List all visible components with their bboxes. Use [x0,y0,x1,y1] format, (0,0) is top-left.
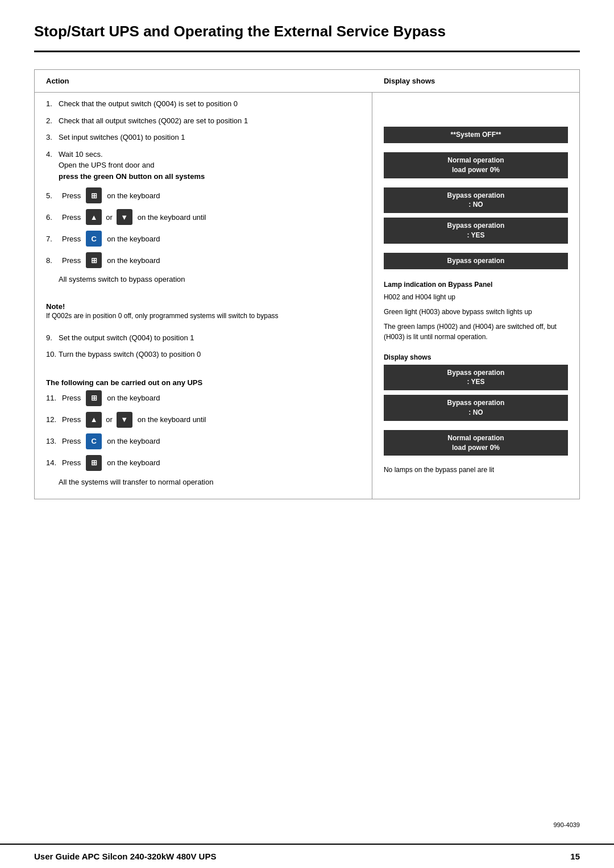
step-8-num: 8. [46,256,62,265]
main-table: Action Display shows 1. Check that the o… [34,69,580,499]
bypass-yes-box: Bypass operation: YES [384,218,568,244]
step-7: 7. Press C on the keyboard [46,231,360,247]
bypass-yes-2-box: Bypass operation: YES [384,365,568,391]
step-12-press: Press [62,415,81,424]
step-13-num: 13. [46,437,62,445]
spacer-7 [384,425,568,430]
system-off-text: **System OFF** [451,131,501,139]
step-14: 14. Press ⊞ on the keyboard [46,455,360,471]
step-7-num: 7. [46,235,62,243]
step-4-text: Wait 10 secs. Open the UPS front door an… [59,149,360,182]
spacer-top [384,98,568,127]
step-9-text: Set the output switch (Q004) to position… [59,332,360,344]
step-3-text: Set input switches (Q001) to position 1 [59,132,360,143]
main-content: Action Display shows 1. Check that the o… [0,52,614,844]
step-8-press: Press [62,256,81,265]
step-1: 1. Check that the output switch (Q004) i… [46,98,360,110]
following-section: The following can be carried out on any … [46,378,360,387]
normal-op-text: Normal operationload power 0% [447,156,504,174]
step-14-press: Press [62,458,81,467]
step-9: 9. Set the output switch (Q004) to posit… [46,332,360,344]
step-13: 13. Press C on the keyboard [46,433,360,449]
step-11-key-icon: ⊞ [86,390,102,406]
col-display-header: Display shows [372,74,579,87]
lamp-indication-text: H002 and H004 light up [384,292,568,302]
spacer-2 [384,148,568,152]
step-4: 4. Wait 10 secs. Open the UPS front door… [46,149,360,182]
spacer-4 [384,248,568,253]
step-14-num: 14. [46,458,62,467]
bypass-no-box: Bypass operation: NO [384,187,568,214]
note-label: Note! [46,302,360,311]
step-6-press: Press [62,213,81,222]
step-8-suffix: on the keyboard [107,256,160,265]
step-5-suffix: on the keyboard [107,191,160,200]
display-shows-2: Display shows [384,352,568,362]
footer-area: User Guide APC Silcon 240-320kW 480V UPS… [0,844,614,868]
step-7-suffix: on the keyboard [107,235,160,243]
page-title-area: Stop/Start UPS and Operating the Externa… [0,0,614,46]
bypass-yes-2-text: Bypass operation: YES [447,369,505,386]
step-6-or: or [106,213,113,222]
step-2: 2. Check that all output switches (Q002)… [46,115,360,127]
step-5-press: Press [62,191,81,200]
page-wrapper: Stop/Start UPS and Operating the Externa… [0,0,614,868]
step-12-up-icon: ▲ [86,412,102,428]
step-12-or: or [106,415,113,424]
note-box: Note! If Q002s are in position 0 off, on… [46,302,360,321]
page-title: Stop/Start UPS and Operating the Externa… [34,23,580,40]
note-text: If Q002s are in position 0 off, only pro… [46,311,360,321]
step-13-suffix: on the keyboard [107,437,160,445]
green-light-text: Green light (H003) above bypass switch l… [384,307,568,317]
step-9-num: 9. [46,332,59,344]
normal-op-2-box: Normal operationload power 0% [384,430,568,456]
step-12-down-icon: ▼ [117,412,132,428]
table-header: Action Display shows [35,70,579,93]
step-3: 3. Set input switches (Q001) to position… [46,132,360,143]
step-6-num: 6. [46,213,62,222]
step-14-key-icon: ⊞ [86,455,102,471]
system-off-box: **System OFF** [384,127,568,143]
step-8: 8. Press ⊞ on the keyboard [46,252,360,268]
all-systems-bypass: All systems switch to bypass operation [46,274,360,285]
normal-op-2-text: Normal operationload power 0% [447,434,504,452]
step-2-text: Check that all output switches (Q002) ar… [59,115,360,127]
step-11-num: 11. [46,394,62,402]
transfer-text: All the systems will transfer to normal … [46,477,360,488]
step-12-suffix: on the keyboard until [138,415,206,424]
step-10-num: 10. [46,349,59,360]
green-lamps-text: The green lamps (H002) and (H004) are sw… [384,322,568,342]
step-14-suffix: on the keyboard [107,458,160,467]
step-6: 6. Press ▲ or ▼ on the keyboard until [46,209,360,225]
step-10: 10. Turn the bypass switch (Q003) to pos… [46,349,360,360]
step-12: 12. Press ▲ or ▼ on the keyboard until [46,412,360,428]
footer-title: User Guide APC Silcon 240-320kW 480V UPS [34,852,216,861]
step-5-key-icon: ⊞ [86,187,102,203]
step-6-up-icon: ▲ [86,209,102,225]
step-1-text: Check that the output switch (Q004) is s… [59,98,360,110]
step-10-text: Turn the bypass switch (Q003) to positio… [59,349,360,360]
footer-page: 15 [570,852,580,861]
table-body: 1. Check that the output switch (Q004) i… [35,93,579,499]
step-11-suffix: on the keyboard [107,394,160,402]
step-13-press: Press [62,437,81,445]
all-systems-text: All systems switch to bypass operation [46,274,360,285]
no-lamps-text: No lamps on the bypass panel are lit [384,465,568,475]
step-8-key-icon: ⊞ [86,252,102,268]
bypass-only-text: Bypass operation [447,257,505,265]
spacer-5 [384,274,568,279]
step-11-press: Press [62,394,81,402]
step-5: 5. Press ⊞ on the keyboard [46,187,360,203]
step-7-press: Press [62,235,81,243]
step-11: 11. Press ⊞ on the keyboard [46,390,360,406]
action-column: 1. Check that the output switch (Q004) i… [35,93,372,499]
step-6-suffix: on the keyboard until [138,213,206,222]
bypass-no-2-text: Bypass operation: NO [447,399,505,416]
display-column: **System OFF** Normal operationload powe… [372,93,579,499]
bypass-no-text: Bypass operation: NO [447,191,505,209]
step-13-c-icon: C [86,433,102,449]
bypass-no-2-box: Bypass operation: NO [384,395,568,421]
transfer-text-content: All the systems will transfer to normal … [46,477,360,488]
spacer-3 [384,183,568,187]
spacer-8 [384,460,568,465]
